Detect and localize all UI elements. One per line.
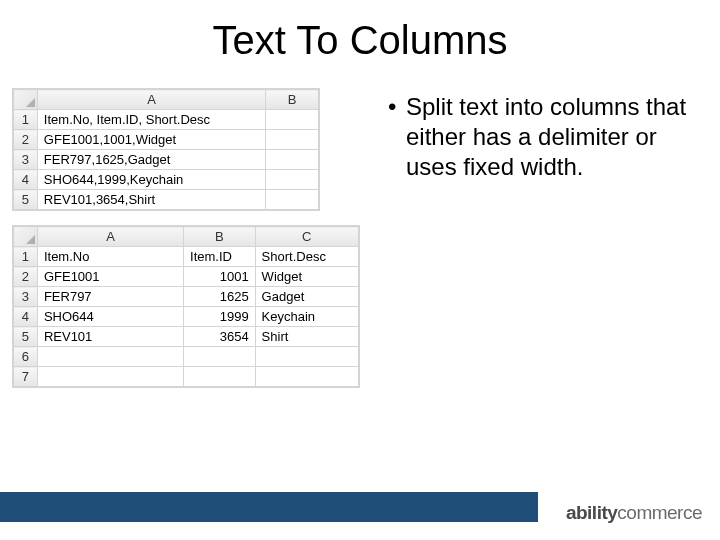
table-row: 3 FER797,1625,Gadget (14, 150, 319, 170)
cell[interactable] (266, 130, 319, 150)
spreadsheet-before: A B 1 Item.No, Item.ID, Short.Desc 2 GFE… (12, 88, 320, 211)
table-row: 5 REV101 3654 Shirt (14, 327, 359, 347)
header-row: A B (14, 90, 319, 110)
footer-bar (0, 492, 538, 522)
col-header-a[interactable]: A (37, 227, 183, 247)
cell[interactable] (266, 170, 319, 190)
cell[interactable] (266, 190, 319, 210)
bullet-text: Split text into columns that either has … (406, 92, 702, 182)
logo-bold: ability (566, 502, 617, 523)
table-row: 4 SHO644 1999 Keychain (14, 307, 359, 327)
cell[interactable]: REV101,3654,Shirt (37, 190, 265, 210)
cell[interactable]: GFE1001 (37, 267, 183, 287)
row-header[interactable]: 4 (14, 170, 38, 190)
cell[interactable] (37, 367, 183, 387)
cell[interactable]: 3654 (184, 327, 256, 347)
table-row: 6 (14, 347, 359, 367)
table-row: 2 GFE1001 1001 Widget (14, 267, 359, 287)
table-row: 2 GFE1001,1001,Widget (14, 130, 319, 150)
cell[interactable]: Shirt (255, 327, 358, 347)
table-row: 3 FER797 1625 Gadget (14, 287, 359, 307)
left-column: A B 1 Item.No, Item.ID, Short.Desc 2 GFE… (12, 88, 372, 480)
row-header[interactable]: 2 (14, 267, 38, 287)
cell[interactable]: SHO644,1999,Keychain (37, 170, 265, 190)
cell[interactable] (255, 367, 358, 387)
table-row: 7 (14, 367, 359, 387)
content-area: A B 1 Item.No, Item.ID, Short.Desc 2 GFE… (12, 88, 702, 480)
row-header[interactable]: 3 (14, 287, 38, 307)
right-column: • Split text into columns that either ha… (372, 88, 702, 480)
cell[interactable]: 1999 (184, 307, 256, 327)
cell[interactable]: Item.No (37, 247, 183, 267)
cell[interactable]: Item.ID (184, 247, 256, 267)
row-header[interactable]: 2 (14, 130, 38, 150)
cell[interactable]: Keychain (255, 307, 358, 327)
col-header-b[interactable]: B (184, 227, 256, 247)
table-row: 1 Item.No, Item.ID, Short.Desc (14, 110, 319, 130)
cell[interactable]: REV101 (37, 327, 183, 347)
cell[interactable] (184, 347, 256, 367)
cell[interactable]: Gadget (255, 287, 358, 307)
select-all-corner[interactable] (14, 227, 38, 247)
cell[interactable] (266, 150, 319, 170)
logo-light: commerce (617, 502, 702, 523)
col-header-b[interactable]: B (266, 90, 319, 110)
cell[interactable]: 1001 (184, 267, 256, 287)
header-row: A B C (14, 227, 359, 247)
cell[interactable]: GFE1001,1001,Widget (37, 130, 265, 150)
cell[interactable] (255, 347, 358, 367)
cell[interactable] (37, 347, 183, 367)
cell[interactable]: Widget (255, 267, 358, 287)
col-header-c[interactable]: C (255, 227, 358, 247)
cell[interactable]: SHO644 (37, 307, 183, 327)
row-header[interactable]: 7 (14, 367, 38, 387)
table-row: 5 REV101,3654,Shirt (14, 190, 319, 210)
cell[interactable]: FER797,1625,Gadget (37, 150, 265, 170)
row-header[interactable]: 5 (14, 190, 38, 210)
slide-title: Text To Columns (0, 18, 720, 63)
bullet-item: • Split text into columns that either ha… (386, 92, 702, 182)
bullet-dot-icon: • (386, 92, 406, 122)
spreadsheet-after: A B C 1 Item.No Item.ID Short.Desc 2 GFE… (12, 225, 360, 388)
col-header-a[interactable]: A (37, 90, 265, 110)
row-header[interactable]: 6 (14, 347, 38, 367)
row-header[interactable]: 1 (14, 247, 38, 267)
row-header[interactable]: 3 (14, 150, 38, 170)
cell[interactable] (266, 110, 319, 130)
row-header[interactable]: 1 (14, 110, 38, 130)
select-all-corner[interactable] (14, 90, 38, 110)
cell[interactable]: FER797 (37, 287, 183, 307)
row-header[interactable]: 5 (14, 327, 38, 347)
cell[interactable]: Item.No, Item.ID, Short.Desc (37, 110, 265, 130)
slide: Text To Columns A B 1 Item.No, Item.ID, … (0, 0, 720, 540)
cell[interactable] (184, 367, 256, 387)
table-row: 1 Item.No Item.ID Short.Desc (14, 247, 359, 267)
cell[interactable]: 1625 (184, 287, 256, 307)
cell[interactable]: Short.Desc (255, 247, 358, 267)
row-header[interactable]: 4 (14, 307, 38, 327)
table-row: 4 SHO644,1999,Keychain (14, 170, 319, 190)
logo: abilitycommerce (566, 502, 702, 524)
